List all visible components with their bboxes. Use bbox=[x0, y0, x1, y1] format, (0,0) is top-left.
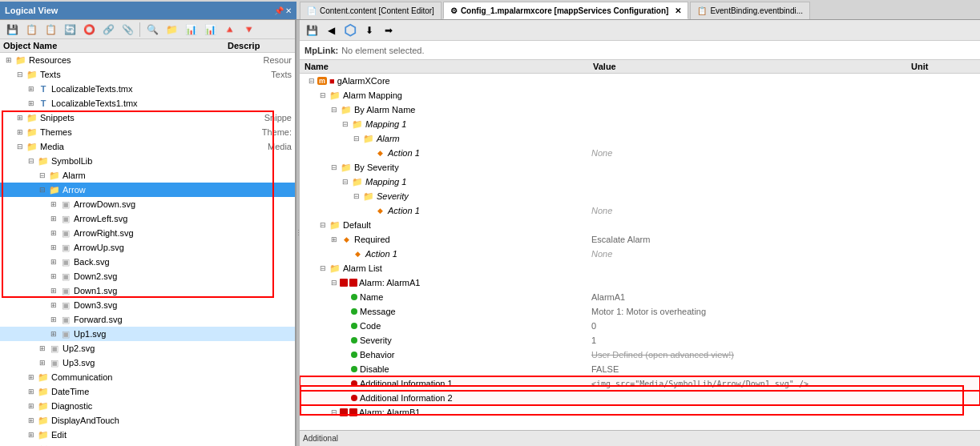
tree-item-diagnostic[interactable]: ⊞ 📁 Diagnostic bbox=[0, 399, 295, 413]
tree-item-arrowdown[interactable]: ⊞ ▣ ArrowDown.svg bbox=[0, 197, 295, 211]
content-value: None bbox=[591, 206, 980, 215]
content-label: Disable bbox=[360, 364, 389, 374]
toolbar-btn5[interactable]: ⭕ bbox=[80, 21, 98, 38]
content-row-default[interactable]: ⊟ 📁 Default bbox=[300, 218, 980, 232]
toolbar-btn4[interactable]: 🔄 bbox=[61, 21, 79, 38]
alarm-red-icon2 bbox=[349, 279, 357, 287]
content-label: Code bbox=[360, 321, 381, 331]
tree-label: LocalizableTexts.tmx bbox=[51, 84, 133, 94]
tree-item-alarm-folder[interactable]: ⊟ 📁 Alarm bbox=[0, 168, 295, 183]
toolbar-btn12[interactable]: 🔺 bbox=[220, 21, 238, 38]
content-value: AlarmA1 bbox=[591, 292, 980, 302]
tree-item-down3[interactable]: ⊞ ▣ Down3.svg bbox=[0, 298, 295, 312]
content-value: None bbox=[591, 249, 980, 259]
toolbar-btn8[interactable]: 🔍 bbox=[143, 21, 161, 38]
expand-icon: ⊞ bbox=[26, 386, 37, 397]
tab-close-btn[interactable]: ✕ bbox=[675, 6, 681, 15]
expand-icon: ⊞ bbox=[48, 256, 59, 267]
toolbar-btn11[interactable]: 📊 bbox=[201, 21, 219, 38]
toolbar-btn10[interactable]: 📊 bbox=[182, 21, 200, 38]
right-toolbar-save[interactable]: 💾 bbox=[303, 22, 321, 39]
svg-icon: ▣ bbox=[59, 212, 72, 225]
content-row-alarm-item[interactable]: ⊟ 📁 Alarm bbox=[300, 131, 980, 146]
content-row-alarmmapping[interactable]: ⊟ 📁 Alarm Mapping bbox=[300, 88, 980, 102]
col-unit-header: Unit bbox=[911, 62, 975, 71]
tab-event-binding[interactable]: 📋 EventBinding.eventbindi... bbox=[690, 2, 810, 19]
content-value: None bbox=[591, 148, 980, 158]
tree-item-arrowleft[interactable]: ⊞ ▣ ArrowLeft.svg bbox=[0, 211, 295, 226]
expand-icon bbox=[340, 349, 351, 360]
tree-label: Up2.svg bbox=[63, 344, 95, 353]
content-row-byalarmname[interactable]: ⊟ 📁 By Alarm Name bbox=[300, 102, 980, 117]
tree-item-displayandtouch[interactable]: ⊞ 📁 DisplayAndTouch bbox=[0, 413, 295, 428]
badge-m: m bbox=[317, 77, 327, 85]
tree-item-themes[interactable]: ⊞ 📁 Themes Theme: bbox=[0, 125, 295, 139]
tree-item-arrowright[interactable]: ⊞ ▣ ArrowRight.svg bbox=[0, 226, 295, 240]
tree-item-up1[interactable]: ⊞ ▣ Up1.svg bbox=[0, 327, 295, 341]
content-row-mapping1a[interactable]: ⊟ 📁 Mapping 1 bbox=[300, 117, 980, 131]
tree-item-edit[interactable]: ⊞ 📁 Edit bbox=[0, 428, 295, 442]
tree-item-down1[interactable]: ⊞ ▣ Down1.svg bbox=[0, 283, 295, 298]
toolbar-btn2[interactable]: 📋 bbox=[22, 21, 40, 38]
content-row-alarmlist[interactable]: ⊟ 📁 Alarm List bbox=[300, 261, 980, 275]
toolbar-btn6[interactable]: 🔗 bbox=[99, 21, 117, 38]
expand-icon: ⊟ bbox=[340, 119, 351, 130]
right-toolbar-back[interactable]: ◀ bbox=[322, 22, 340, 39]
expand-icon: ⊞ bbox=[48, 314, 59, 325]
expand-icon: ⊞ bbox=[26, 415, 37, 426]
content-row-behavior[interactable]: Behavior User Defined (open advanced vie… bbox=[300, 348, 980, 362]
content-row-byseverity[interactable]: ⊟ 📁 By Severity bbox=[300, 160, 980, 175]
right-toolbar-right[interactable]: ➡ bbox=[380, 22, 397, 39]
item-icon: ◆ bbox=[373, 204, 386, 217]
content-row-additionalinfo2[interactable]: Additional Information 2 bbox=[300, 391, 980, 405]
tree-item-up2[interactable]: ⊞ ▣ Up2.svg bbox=[0, 341, 295, 356]
panel-pin-icon[interactable]: 📌 bbox=[274, 6, 284, 15]
content-row-additionalinfo1[interactable]: Additional Information 1 <img src="Media… bbox=[300, 376, 980, 391]
right-toolbar-link[interactable]: ⬡ bbox=[341, 22, 359, 39]
expand-icon: ⊟ bbox=[329, 277, 340, 288]
tab-content-editor[interactable]: 📄 Content.content [Content Editor] bbox=[300, 2, 442, 19]
toolbar-save-btn[interactable]: 💾 bbox=[3, 21, 21, 38]
content-row-required[interactable]: ⊞ ◆ Required Escalate Alarm bbox=[300, 232, 980, 247]
content-row-action1a[interactable]: ◆ Action 1 None bbox=[300, 146, 980, 160]
tree-item-communication[interactable]: ⊞ 📁 Communication bbox=[0, 370, 295, 384]
tree-item-datetime[interactable]: ⊞ 📁 DateTime bbox=[0, 384, 295, 399]
tree-item-back[interactable]: ⊞ ▣ Back.svg bbox=[0, 255, 295, 269]
tree-item-down2[interactable]: ⊞ ▣ Down2.svg bbox=[0, 269, 295, 283]
tree-item-arrow-folder[interactable]: ⊟ 📁 Arrow bbox=[0, 183, 295, 197]
content-row-mapping1b[interactable]: ⊟ 📁 Mapping 1 bbox=[300, 175, 980, 189]
toolbar-btn7[interactable]: 📎 bbox=[119, 21, 136, 38]
svg-icon: ▣ bbox=[59, 299, 72, 311]
toolbar-btn3[interactable]: 📋 bbox=[42, 21, 59, 38]
tree-item-forward[interactable]: ⊞ ▣ Forward.svg bbox=[0, 312, 295, 327]
content-row-disable[interactable]: Disable FALSE bbox=[300, 362, 980, 376]
tree-item-snippets[interactable]: ⊞ 📁 Snippets Snippe bbox=[0, 110, 295, 125]
content-label: Severity bbox=[360, 336, 392, 345]
content-row-name[interactable]: Name AlarmA1 bbox=[300, 290, 980, 304]
panel-close-icon[interactable]: ✕ bbox=[285, 6, 292, 15]
content-row-severity-item[interactable]: ⊟ 📁 Severity bbox=[300, 189, 980, 203]
content-row-severity[interactable]: Severity 1 bbox=[300, 333, 980, 348]
tree-item-resources[interactable]: ⊞ 📁 Resources Resour bbox=[0, 53, 295, 67]
content-label: Action 1 bbox=[388, 148, 420, 158]
tree-item-localizabletexts1[interactable]: ⊞ T LocalizableTexts1.tmx bbox=[0, 96, 295, 110]
tree-item-localizabletexts[interactable]: ⊞ T LocalizableTexts.tmx bbox=[0, 82, 295, 96]
content-row-alarma1[interactable]: ⊟ Alarm: AlarmA1 bbox=[300, 275, 980, 290]
tree-item-arrowup[interactable]: ⊞ ▣ ArrowUp.svg bbox=[0, 240, 295, 255]
tree-item-up3[interactable]: ⊞ ▣ Up3.svg bbox=[0, 356, 295, 370]
right-toolbar-down[interactable]: ⬇ bbox=[361, 22, 378, 39]
tree-item-file[interactable]: ⊞ 📁 File bbox=[0, 442, 295, 446]
content-row-galarmxcore[interactable]: ⊟ m ■ gAlarmXCore bbox=[300, 74, 980, 88]
green-dot-icon bbox=[351, 352, 357, 358]
content-row-message[interactable]: Message Motor 1: Motor is overheating bbox=[300, 304, 980, 319]
toolbar-btn9[interactable]: 📁 bbox=[163, 21, 180, 38]
content-row-code[interactable]: Code 0 bbox=[300, 319, 980, 333]
content-row-alarmb1[interactable]: ⊟ Alarm: AlarmB1 bbox=[300, 405, 980, 420]
toolbar-btn13[interactable]: 🔻 bbox=[240, 21, 257, 38]
content-row-action1c[interactable]: ◆ Action 1 None bbox=[300, 247, 980, 261]
content-row-action1b[interactable]: ◆ Action 1 None bbox=[300, 203, 980, 218]
tree-item-symbollib[interactable]: ⊟ 📁 SymbolLib bbox=[0, 154, 295, 168]
tab-config-active[interactable]: ⚙ Config_1.mpalarmxcore [mappServices Co… bbox=[443, 2, 689, 19]
tree-item-texts[interactable]: ⊟ 📁 Texts Texts bbox=[0, 67, 295, 82]
tree-item-media[interactable]: ⊟ 📁 Media Media bbox=[0, 139, 295, 154]
